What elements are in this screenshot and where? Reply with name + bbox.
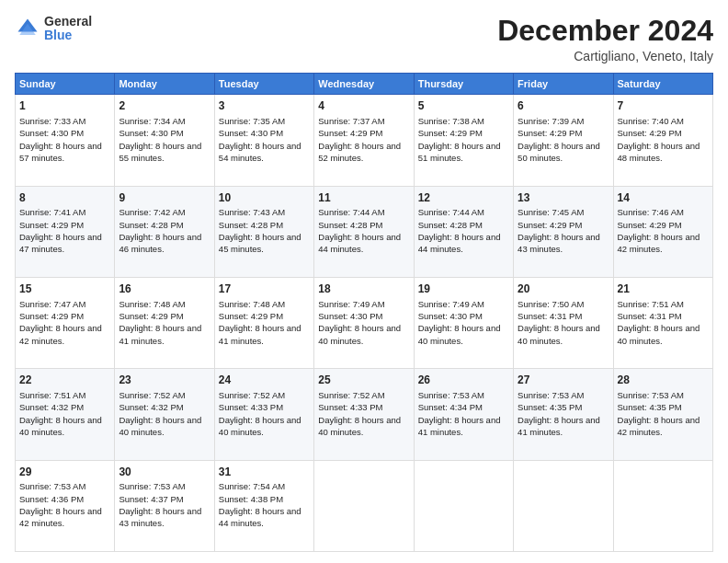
calendar-cell: 4Sunrise: 7:37 AMSunset: 4:29 PMDaylight… bbox=[314, 95, 414, 186]
col-header-monday: Monday bbox=[115, 74, 214, 95]
sunset-label: Sunset: 4:30 PM bbox=[19, 128, 84, 138]
logo: General Blue bbox=[15, 15, 92, 43]
calendar-cell: 11Sunrise: 7:44 AMSunset: 4:28 PMDayligh… bbox=[314, 186, 414, 277]
day-number: 31 bbox=[219, 465, 310, 480]
sunset-label: Sunset: 4:30 PM bbox=[418, 311, 483, 321]
day-number: 5 bbox=[418, 98, 509, 114]
day-number: 16 bbox=[119, 282, 210, 297]
col-header-saturday: Saturday bbox=[613, 74, 712, 95]
day-number: 24 bbox=[219, 373, 310, 388]
sunrise-label: Sunrise: 7:42 AM bbox=[119, 207, 185, 217]
sunrise-label: Sunrise: 7:52 AM bbox=[318, 390, 384, 400]
calendar-cell: 19Sunrise: 7:49 AMSunset: 4:30 PMDayligh… bbox=[414, 277, 513, 368]
sunset-label: Sunset: 4:32 PM bbox=[19, 402, 84, 412]
daylight-label: Daylight: 8 hours and 52 minutes. bbox=[318, 141, 401, 163]
day-number: 13 bbox=[518, 190, 609, 206]
sunrise-label: Sunrise: 7:51 AM bbox=[19, 390, 85, 400]
day-number: 10 bbox=[219, 190, 310, 206]
calendar-cell: 9Sunrise: 7:42 AMSunset: 4:28 PMDaylight… bbox=[115, 186, 214, 277]
day-number: 9 bbox=[119, 190, 210, 206]
sunset-label: Sunset: 4:28 PM bbox=[119, 220, 183, 230]
calendar-cell: 16Sunrise: 7:48 AMSunset: 4:29 PMDayligh… bbox=[115, 277, 214, 368]
calendar-cell: 5Sunrise: 7:38 AMSunset: 4:29 PMDaylight… bbox=[414, 95, 513, 186]
day-number: 22 bbox=[19, 373, 110, 388]
sunrise-label: Sunrise: 7:53 AM bbox=[119, 481, 185, 491]
sunset-label: Sunset: 4:29 PM bbox=[19, 311, 84, 321]
col-header-friday: Friday bbox=[514, 74, 613, 95]
daylight-label: Daylight: 8 hours and 50 minutes. bbox=[518, 141, 600, 163]
sunrise-label: Sunrise: 7:45 AM bbox=[518, 207, 584, 217]
sunset-label: Sunset: 4:33 PM bbox=[318, 402, 382, 412]
calendar-cell: 30Sunrise: 7:53 AMSunset: 4:37 PMDayligh… bbox=[115, 460, 214, 551]
day-number: 17 bbox=[219, 282, 310, 297]
sunset-label: Sunset: 4:29 PM bbox=[618, 128, 682, 138]
daylight-label: Daylight: 8 hours and 44 minutes. bbox=[219, 506, 301, 528]
sunset-label: Sunset: 4:35 PM bbox=[518, 402, 582, 412]
calendar-week-4: 22Sunrise: 7:51 AMSunset: 4:32 PMDayligh… bbox=[16, 369, 713, 460]
day-number: 29 bbox=[19, 465, 110, 480]
sunset-label: Sunset: 4:29 PM bbox=[219, 311, 283, 321]
sunrise-label: Sunrise: 7:53 AM bbox=[19, 481, 85, 491]
day-number: 4 bbox=[318, 98, 409, 114]
day-number: 7 bbox=[618, 98, 709, 114]
daylight-label: Daylight: 8 hours and 44 minutes. bbox=[418, 232, 501, 254]
month-title: December 2024 bbox=[497, 15, 713, 47]
header: General Blue December 2024 Cartigliano, … bbox=[15, 15, 713, 63]
daylight-label: Daylight: 8 hours and 40 minutes. bbox=[19, 415, 102, 437]
daylight-label: Daylight: 8 hours and 40 minutes. bbox=[618, 323, 700, 345]
calendar-cell: 22Sunrise: 7:51 AMSunset: 4:32 PMDayligh… bbox=[16, 369, 115, 460]
logo-icon bbox=[15, 16, 40, 41]
day-number: 30 bbox=[119, 465, 210, 480]
calendar-week-5: 29Sunrise: 7:53 AMSunset: 4:36 PMDayligh… bbox=[16, 460, 713, 551]
calendar-cell: 21Sunrise: 7:51 AMSunset: 4:31 PMDayligh… bbox=[613, 277, 712, 368]
calendar-cell: 2Sunrise: 7:34 AMSunset: 4:30 PMDaylight… bbox=[115, 95, 214, 186]
calendar-cell: 6Sunrise: 7:39 AMSunset: 4:29 PMDaylight… bbox=[514, 95, 613, 186]
sunset-label: Sunset: 4:29 PM bbox=[518, 220, 582, 230]
sunset-label: Sunset: 4:29 PM bbox=[618, 220, 682, 230]
calendar-cell: 27Sunrise: 7:53 AMSunset: 4:35 PMDayligh… bbox=[514, 369, 613, 460]
title-block: December 2024 Cartigliano, Veneto, Italy bbox=[497, 15, 713, 63]
calendar-cell: 24Sunrise: 7:52 AMSunset: 4:33 PMDayligh… bbox=[214, 369, 313, 460]
sunset-label: Sunset: 4:30 PM bbox=[318, 311, 382, 321]
sunset-label: Sunset: 4:29 PM bbox=[119, 311, 183, 321]
sunset-label: Sunset: 4:29 PM bbox=[19, 220, 84, 230]
daylight-label: Daylight: 8 hours and 48 minutes. bbox=[618, 141, 700, 163]
sunrise-label: Sunrise: 7:51 AM bbox=[618, 299, 684, 309]
daylight-label: Daylight: 8 hours and 44 minutes. bbox=[318, 232, 401, 254]
daylight-label: Daylight: 8 hours and 40 minutes. bbox=[119, 415, 201, 437]
daylight-label: Daylight: 8 hours and 41 minutes. bbox=[219, 323, 301, 345]
day-number: 12 bbox=[418, 190, 509, 206]
day-number: 1 bbox=[19, 98, 110, 114]
sunset-label: Sunset: 4:29 PM bbox=[418, 128, 483, 138]
daylight-label: Daylight: 8 hours and 40 minutes. bbox=[318, 323, 401, 345]
daylight-label: Daylight: 8 hours and 41 minutes. bbox=[518, 415, 600, 437]
sunrise-label: Sunrise: 7:53 AM bbox=[618, 390, 684, 400]
sunset-label: Sunset: 4:28 PM bbox=[318, 220, 382, 230]
sunset-label: Sunset: 4:31 PM bbox=[618, 311, 682, 321]
location: Cartigliano, Veneto, Italy bbox=[497, 49, 713, 63]
daylight-label: Daylight: 8 hours and 47 minutes. bbox=[19, 232, 102, 254]
day-number: 3 bbox=[219, 98, 310, 114]
sunrise-label: Sunrise: 7:53 AM bbox=[518, 390, 584, 400]
calendar-cell: 26Sunrise: 7:53 AMSunset: 4:34 PMDayligh… bbox=[414, 369, 513, 460]
sunrise-label: Sunrise: 7:39 AM bbox=[518, 116, 584, 126]
daylight-label: Daylight: 8 hours and 41 minutes. bbox=[119, 323, 201, 345]
day-number: 8 bbox=[19, 190, 110, 206]
page: General Blue December 2024 Cartigliano, … bbox=[0, 0, 728, 563]
sunrise-label: Sunrise: 7:47 AM bbox=[19, 299, 85, 309]
sunrise-label: Sunrise: 7:34 AM bbox=[119, 116, 185, 126]
sunset-label: Sunset: 4:35 PM bbox=[618, 402, 682, 412]
sunset-label: Sunset: 4:36 PM bbox=[19, 494, 84, 504]
daylight-label: Daylight: 8 hours and 54 minutes. bbox=[219, 141, 301, 163]
calendar-cell: 12Sunrise: 7:44 AMSunset: 4:28 PMDayligh… bbox=[414, 186, 513, 277]
daylight-label: Daylight: 8 hours and 43 minutes. bbox=[119, 506, 201, 528]
calendar-week-2: 8Sunrise: 7:41 AMSunset: 4:29 PMDaylight… bbox=[16, 186, 713, 277]
sunrise-label: Sunrise: 7:48 AM bbox=[119, 299, 185, 309]
sunset-label: Sunset: 4:38 PM bbox=[219, 494, 283, 504]
daylight-label: Daylight: 8 hours and 51 minutes. bbox=[418, 141, 501, 163]
sunrise-label: Sunrise: 7:41 AM bbox=[19, 207, 85, 217]
col-header-sunday: Sunday bbox=[16, 74, 115, 95]
sunset-label: Sunset: 4:29 PM bbox=[318, 128, 382, 138]
daylight-label: Daylight: 8 hours and 42 minutes. bbox=[618, 232, 700, 254]
logo-text: General Blue bbox=[44, 15, 92, 43]
